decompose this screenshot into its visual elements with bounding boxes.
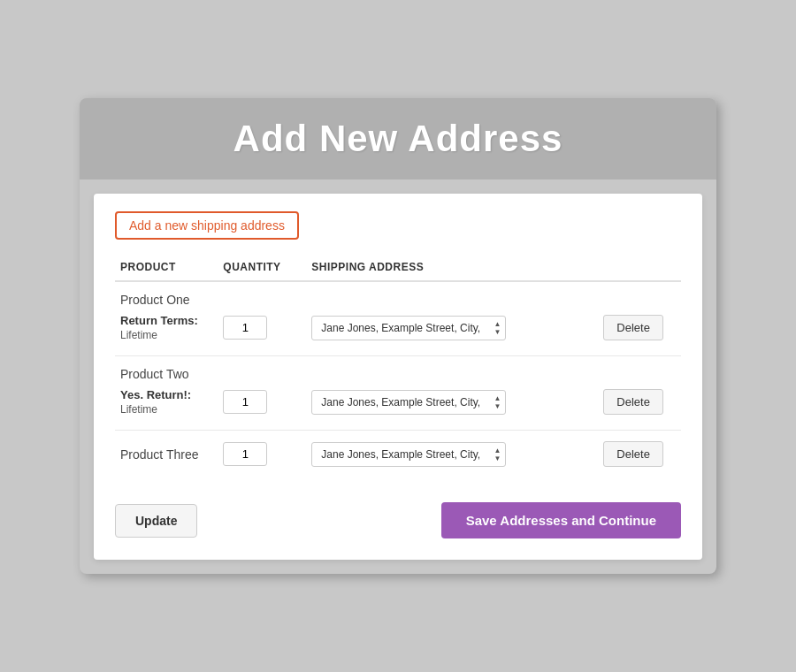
product-one-delete-cell: Delete: [589, 310, 681, 345]
product-three-address-cell: Jane Jones, Example Street, City, CA ▲ ▼: [306, 431, 589, 478]
col-header-actions: [589, 254, 681, 281]
product-two-address-wrapper: Jane Jones, Example Street, City, CA ▲ ▼: [311, 390, 506, 415]
product-two-name: Product Two: [115, 356, 681, 386]
product-two-name-row: Product Two: [115, 356, 681, 386]
product-two-term-label: Yes. Return!:: [120, 388, 212, 401]
col-header-product: PRODUCT: [115, 254, 218, 281]
product-one-address-wrapper: Jane Jones, Example Street, City, CA ▲ ▼: [311, 316, 506, 340]
product-three-delete-cell: Delete: [589, 431, 681, 478]
footer-row: Update Save Addresses and Continue: [115, 495, 681, 538]
products-table: PRODUCT QUANTITY SHIPPING ADDRESS Produc…: [115, 254, 681, 477]
product-two-quantity-input[interactable]: 1: [223, 390, 267, 414]
product-three-delete-button[interactable]: Delete: [603, 441, 663, 467]
product-three-quantity-cell: 1: [218, 431, 306, 478]
product-two-address-cell: Jane Jones, Example Street, City, CA ▲ ▼: [306, 385, 589, 419]
spacer-one: [115, 345, 681, 356]
product-one-name-row: Product One: [115, 281, 681, 310]
product-two-delete-button[interactable]: Delete: [603, 389, 663, 415]
product-two-term-value: Lifetime: [120, 403, 212, 416]
product-one-address-select[interactable]: Jane Jones, Example Street, City, CA: [311, 316, 506, 340]
add-shipping-address-button[interactable]: Add a new shipping address: [115, 211, 299, 240]
product-three-row: Product Three 1 Jane Jones, Example Stre…: [115, 431, 681, 478]
product-one-terms: Return Terms: Lifetime: [115, 310, 218, 345]
product-one-term-label: Return Terms:: [120, 314, 212, 327]
update-button[interactable]: Update: [115, 504, 197, 538]
product-three-address-wrapper: Jane Jones, Example Street, City, CA ▲ ▼: [311, 442, 506, 467]
product-two-delete-cell: Delete: [589, 385, 681, 419]
product-one-term-value: Lifetime: [120, 329, 212, 341]
product-one-address-cell: Jane Jones, Example Street, City, CA ▲ ▼: [306, 310, 589, 345]
save-addresses-button[interactable]: Save Addresses and Continue: [441, 502, 681, 538]
product-two-detail-row: Yes. Return!: Lifetime 1 Jane Jones, Exa…: [115, 385, 681, 419]
outer-wrapper: Add New Address Add a new shipping addre…: [80, 98, 716, 574]
product-two-terms: Yes. Return!: Lifetime: [115, 385, 218, 419]
col-header-shipping: SHIPPING ADDRESS: [306, 254, 589, 281]
product-one-delete-button[interactable]: Delete: [603, 315, 663, 340]
product-one-name: Product One: [115, 281, 681, 310]
col-header-quantity: QUANTITY: [218, 254, 306, 281]
spacer-two: [115, 419, 681, 431]
product-one-detail-row: Return Terms: Lifetime 1 Jane Jones, Exa…: [115, 310, 681, 345]
product-three-address-select[interactable]: Jane Jones, Example Street, City, CA: [311, 442, 506, 467]
product-one-quantity-input[interactable]: 1: [223, 316, 267, 340]
page-title: Add New Address: [97, 118, 699, 160]
product-one-quantity-cell: 1: [218, 310, 306, 345]
product-three-name: Product Three: [115, 431, 218, 478]
product-two-address-select[interactable]: Jane Jones, Example Street, City, CA: [311, 390, 506, 415]
title-bar: Add New Address: [80, 98, 716, 179]
main-card: Add a new shipping address PRODUCT QUANT…: [94, 194, 702, 560]
product-three-quantity-input[interactable]: 1: [223, 442, 267, 466]
product-two-quantity-cell: 1: [218, 385, 306, 419]
